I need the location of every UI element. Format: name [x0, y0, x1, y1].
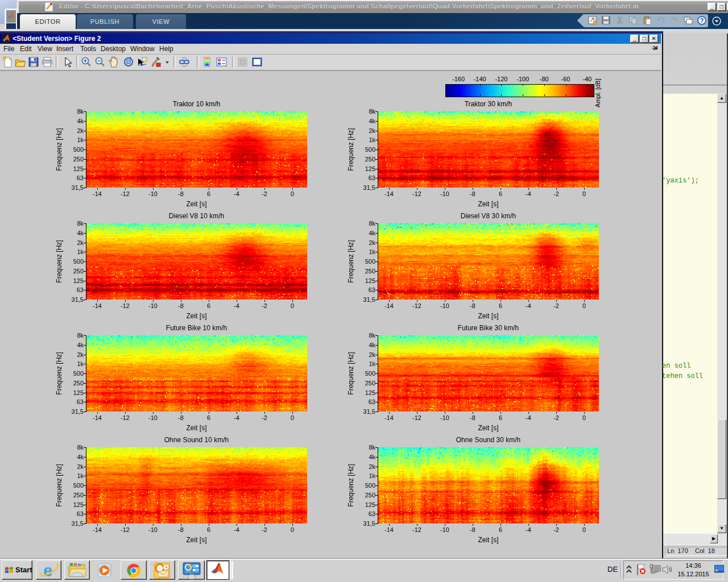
svg-text:?: ?: [700, 18, 704, 24]
svg-text:e: e: [43, 562, 52, 579]
